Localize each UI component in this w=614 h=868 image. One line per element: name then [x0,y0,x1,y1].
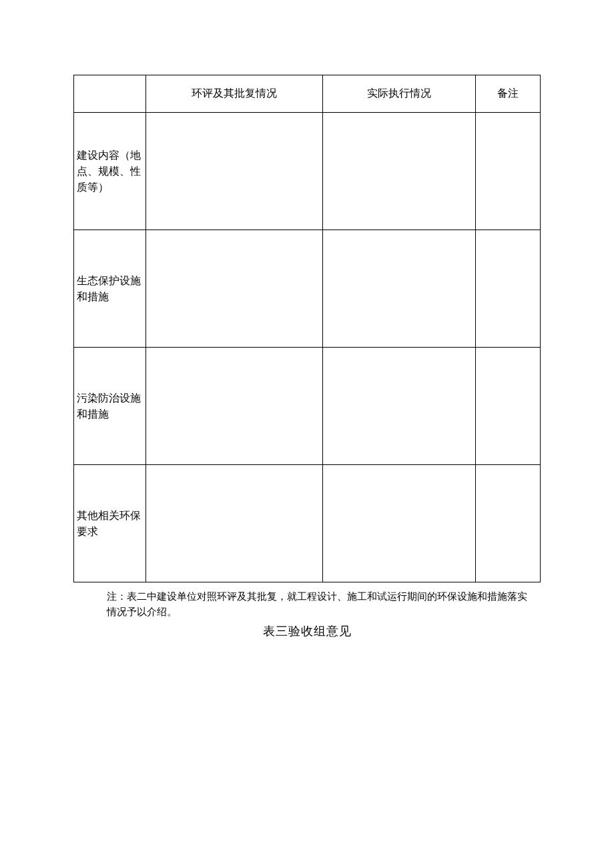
table-container: 环评及其批复情况 实际执行情况 备注 建设内容（地点、规模、性质等） 生态保护设… [73,75,541,582]
cell-construction-actual [322,113,475,230]
cell-pollution-actual [322,348,475,465]
cell-construction-remark [475,113,540,230]
cell-other-remark [475,465,540,582]
header-blank [74,75,146,113]
table-row: 污染防治设施和措施 [74,348,541,465]
header-actual: 实际执行情况 [322,75,475,113]
header-remark: 备注 [475,75,540,113]
cell-construction-approval [146,113,322,230]
comparison-table: 环评及其批复情况 实际执行情况 备注 建设内容（地点、规模、性质等） 生态保护设… [73,75,541,582]
cell-ecology-actual [322,230,475,348]
table-note: 注：表二中建设单位对照环评及其批复，就工程设计、施工和试运行期间的环保设施和措施… [107,589,541,620]
cell-pollution-approval [146,348,322,465]
row-label-pollution: 污染防治设施和措施 [74,348,146,465]
cell-ecology-remark [475,230,540,348]
cell-other-approval [146,465,322,582]
cell-pollution-remark [475,348,540,465]
row-label-other: 其他相关环保要求 [74,465,146,582]
table-row: 建设内容（地点、规模、性质等） [74,113,541,230]
section-title-table3: 表三验收组意见 [73,623,541,639]
header-approval: 环评及其批复情况 [146,75,322,113]
cell-ecology-approval [146,230,322,348]
cell-other-actual [322,465,475,582]
table-row: 生态保护设施和措施 [74,230,541,348]
table-row: 其他相关环保要求 [74,465,541,582]
table-header-row: 环评及其批复情况 实际执行情况 备注 [74,75,541,113]
row-label-ecology: 生态保护设施和措施 [74,230,146,348]
row-label-construction: 建设内容（地点、规模、性质等） [74,113,146,230]
